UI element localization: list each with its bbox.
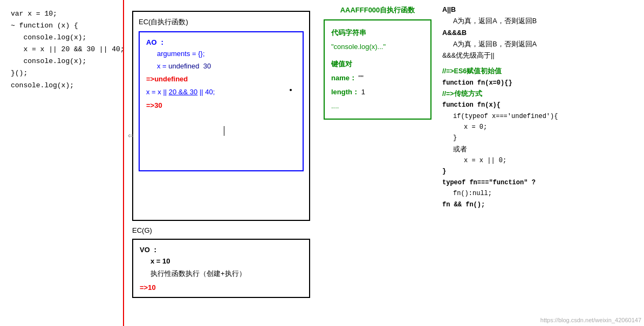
dot-decoration [290,89,292,91]
vo-label: VO ： [140,245,303,255]
vo-func-line: 执行性函数执行（创建+执行） [150,267,303,280]
arrow-undefined-result: =>undefined [146,75,296,83]
code-line-5: console.log(x); [11,56,118,67]
and-desc: A为真，返回B，否则返回A [442,39,639,50]
vo-x-line: x = 10 [150,255,303,267]
code-line-3: console.log(x); [11,32,118,44]
ec-outer-box: EC(自执行函数) ⇐ AO ： arguments = {}; x = und… [132,11,310,221]
fn-x-or: x = x || 0; [442,155,639,166]
fn-call: fn && fn(); [442,199,639,210]
trad-comment: //=>传统方式 [442,88,639,100]
fn-null: fn():null; [442,188,639,199]
aaafff-box: 代码字符串 "console.log(x)..." 键值对 name： "" l… [324,19,431,120]
and-line: A&&&B [442,27,639,39]
cursor-area [146,109,296,152]
es6-comment: //=>ES6赋值初始值 [442,66,639,77]
code-str-label: 代码字符串 [331,26,424,40]
ao-content: arguments = {}; x = undefined 30 [146,47,296,73]
code-line-4: x = x || 20 && 30 || 40; [11,44,118,56]
fn-if: if(typeof x==='undefined'){ [442,111,639,122]
ao-label: AO ： [146,38,296,47]
length-row: length： 1 [331,85,424,99]
ec-g-label: EC(G) [132,226,310,234]
watermark: https://blog.csdn.net/weixin_42060147 [540,317,641,323]
ec-g-section: EC(G) VO ： x = 10 执行性函数执行（创建+执行） =>10 [132,226,310,298]
vo-content: x = 10 执行性函数执行（创建+执行） [140,255,303,280]
typeof-line: typeof fn==="function" ? [442,177,639,188]
kv-label: 键值对 [331,57,424,71]
middle-panel: EC(自执行函数) ⇐ AO ： arguments = {}; x = und… [124,0,318,326]
or-desc: A为真，返回A，否则返回B [442,16,639,27]
code-line-1: var x = 10; [11,8,118,20]
fn-close-if: } [442,133,639,143]
code-str-val: "console.log(x)..." [331,40,424,54]
aaafff-title: AAAFFF000自执行函数 [324,5,431,15]
fn-es6: function fn(x=0){} [442,78,639,88]
left-code-panel: var x = 10; ~ function (x) { console.log… [0,0,124,326]
or-else: 或者 [442,144,639,155]
ec-g-outer-box: VO ： x = 10 执行性函数执行（创建+执行） =>10 [132,239,310,298]
left-arrow-icon: ⇐ [128,129,134,141]
ellipsis: .... [331,99,424,113]
ec-inner-box: ⇐ AO ： arguments = {}; x = undefined 30 … [139,31,304,171]
fn-trad: function fn(x){ [442,100,639,110]
code-line-2: ~ function (x) { [11,20,118,32]
far-right-panel: A||B A为真，返回A，否则返回B A&&&B A为真，返回B，否则返回A &… [437,0,644,326]
x-undefined-line: x = undefined 30 [157,60,296,72]
aaafff-panel: AAAFFF000自执行函数 代码字符串 "console.log(x)..."… [318,0,437,326]
or-line: A||B [442,4,639,16]
fn-x0: x = 0; [442,122,639,133]
ec-label: EC(自执行函数) [139,17,304,27]
arguments-line: arguments = {}; [157,47,296,60]
vo-result: =>10 [140,283,303,292]
fn-close: } [442,166,639,177]
x-calc-line: x = x || 20 && 30 || 40; [146,87,296,97]
priority: &&&优先级高于|| [442,50,639,61]
code-line-7: console.log(x); [11,80,118,92]
x-result: =>30 [146,101,296,109]
code-line-6: }(); [11,67,118,79]
name-row: name： "" [331,71,424,85]
